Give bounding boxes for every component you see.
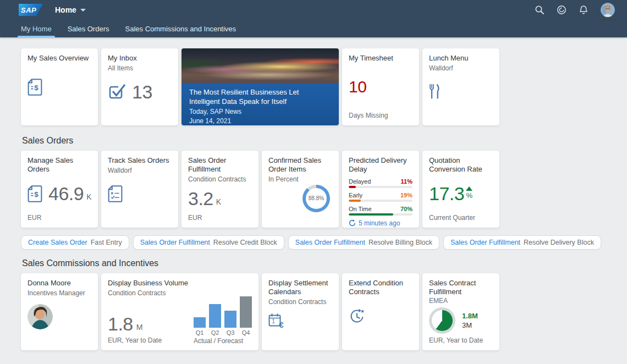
tile-display-settlement-calendars[interactable]: Display Settlement Calendars Condition C… xyxy=(262,273,339,350)
tile-subtitle: Condition Contracts xyxy=(268,298,332,306)
business-volume-unit: M xyxy=(136,323,143,333)
tile-donna-moore[interactable]: Donna Moore Incentives Manager xyxy=(21,273,98,350)
inbox-count: 13 xyxy=(132,82,152,101)
link-resolve-billing-block[interactable]: Sales Order Fulfillment Resolve Billing … xyxy=(288,235,439,250)
delivery-row: Early19% xyxy=(349,192,413,202)
checklist-document-icon xyxy=(108,185,123,202)
contract-pie-chart xyxy=(429,307,455,334)
link-action: Create Sales Order xyxy=(28,239,87,246)
tile-extend-condition-contracts[interactable]: Extend Condition Contracts ★ xyxy=(342,273,419,350)
link-desc: Resolve Billing Block xyxy=(369,239,432,246)
manage-orders-unit: K xyxy=(86,192,91,203)
news-source: Today, SAP News xyxy=(189,107,331,116)
tile-footer-period: Current Quarter xyxy=(429,214,493,222)
bar-q2: Q2 xyxy=(209,304,221,336)
tile-subtitle: Walldorf xyxy=(108,167,172,174)
svg-text:€: € xyxy=(279,320,284,329)
link-create-sales-order[interactable]: Create Sales Order Fast Entry xyxy=(21,235,129,250)
user-avatar[interactable] xyxy=(601,3,615,17)
bar-q1: Q1 xyxy=(194,317,206,336)
tile-predicted-delivery-delay[interactable]: Predicted Delivery Delay Delayed11% Earl… xyxy=(342,151,419,228)
refresh-status[interactable]: 5 minutes ago xyxy=(349,219,413,227)
anchor-navigation-bar: My Home Sales Orders Sales Commissions a… xyxy=(0,20,627,37)
link-action: Sales Order Fulfillment xyxy=(140,239,210,246)
business-volume-value: 1.8 xyxy=(108,315,133,333)
link-resolve-credit-block[interactable]: Sales Order Fulfillment Resolve Credit B… xyxy=(133,235,284,250)
tile-footer-currency: EUR xyxy=(188,214,252,222)
business-volume-chart: Q1Q2Q3Q4 Actual / Forecast xyxy=(194,302,252,345)
person-avatar xyxy=(28,304,53,329)
delivery-label: Delayed xyxy=(349,178,371,185)
news-headline: The Most Resilient Businesses Let Intell… xyxy=(189,87,331,106)
confirmed-percent-label: 88.8% xyxy=(309,195,324,201)
tab-sales-commissions[interactable]: Sales Commissions and Incentives xyxy=(122,20,240,37)
delivery-bar-track xyxy=(349,213,413,216)
delivery-bar-track xyxy=(349,186,413,188)
sales-orders-tile-group: Manage Sales Orders $ 46.9 K EUR Track S… xyxy=(21,151,627,228)
commissions-tile-group: Donna Moore Incentives Manager Display B… xyxy=(21,273,627,350)
person-role: Incentives Manager xyxy=(28,289,91,297)
fulfillment-unit: K xyxy=(216,197,221,208)
tile-lunch-menu[interactable]: Lunch Menu Walldorf xyxy=(422,48,499,125)
tile-title: Display Business Volume xyxy=(108,279,252,288)
tile-my-inbox[interactable]: My Inbox All Items 13 xyxy=(101,48,178,125)
tile-sales-contract-fulfillment[interactable]: Sales Contract Fulfillment EMEA 1.8M 3M … xyxy=(422,273,499,350)
tile-title: Track Sales Orders xyxy=(108,156,172,165)
link-desc: Resolve Delivery Block xyxy=(524,239,594,246)
copilot-icon[interactable] xyxy=(557,5,566,15)
delivery-value: 11% xyxy=(401,178,413,185)
tile-news[interactable]: The Most Resilient Businesses Let Intell… xyxy=(182,48,339,125)
tile-title: Sales Contract Fulfillment xyxy=(429,279,493,296)
confirmed-donut-chart: 88.8% xyxy=(302,185,330,212)
tile-title: Predicted Delivery Delay xyxy=(349,156,413,174)
trend-indicator: % xyxy=(466,186,472,201)
delivery-row: On Time70% xyxy=(349,206,413,216)
refresh-icon xyxy=(349,219,356,227)
quick-links-row: Create Sales Order Fast Entry Sales Orde… xyxy=(21,235,627,250)
manage-orders-value: 46.9 xyxy=(48,184,84,203)
tile-display-business-volume[interactable]: Display Business Volume Condition Contra… xyxy=(101,273,258,350)
tile-title: Manage Sales Orders xyxy=(28,156,91,174)
tile-footer: EUR, Year to Date xyxy=(429,337,493,345)
delivery-bar-fill xyxy=(349,213,393,216)
tile-quotation-conversion-rate[interactable]: Quotation Conversion Rate 17.3 % Current… xyxy=(422,151,499,228)
link-desc: Resolve Credit Block xyxy=(213,239,277,246)
section-title-sales-orders: Sales Orders xyxy=(22,136,627,146)
business-volume-bars: Q1Q2Q3Q4 xyxy=(194,302,252,336)
svg-text:★: ★ xyxy=(360,308,365,314)
delivery-value: 70% xyxy=(400,206,413,212)
shell-title-menu[interactable]: Home xyxy=(55,5,86,14)
person-name: Donna Moore xyxy=(28,279,91,288)
news-date: June 14, 2021 xyxy=(189,117,331,125)
tile-title: My Timesheet xyxy=(349,54,413,63)
search-icon[interactable] xyxy=(535,5,544,15)
tab-sales-orders[interactable]: Sales Orders xyxy=(64,20,113,37)
tile-my-sales-overview[interactable]: My Sales Overview $ xyxy=(21,48,98,125)
tile-confirmed-sales-order-items[interactable]: Confirmed Sales Order Items In Percent 8… xyxy=(262,151,339,228)
delivery-bar-fill xyxy=(349,186,356,188)
tile-footer xyxy=(108,112,172,120)
tile-sales-order-fulfillment[interactable]: Sales Order Fulfillment Condition Contra… xyxy=(182,151,258,228)
tab-my-home[interactable]: My Home xyxy=(18,20,55,37)
tile-title: Lunch Menu xyxy=(429,54,493,63)
tile-my-timesheet[interactable]: My Timesheet 10 Days Missing xyxy=(342,48,419,125)
shell-actions xyxy=(535,3,615,17)
tile-track-sales-orders[interactable]: Track Sales Orders Walldorf xyxy=(101,151,178,228)
sap-logo[interactable]: SAP xyxy=(19,4,43,16)
link-resolve-delivery-block[interactable]: Sales Order Fulfillment Resolve Delivery… xyxy=(443,235,601,250)
link-action: Sales Order Fulfillment xyxy=(295,239,365,246)
tile-subtitle: EMEA xyxy=(429,297,493,305)
tile-title: Quotation Conversion Rate xyxy=(429,156,493,174)
meal-fork-knife-icon xyxy=(429,84,441,100)
tile-manage-sales-orders[interactable]: Manage Sales Orders $ 46.9 K EUR xyxy=(21,151,98,228)
chart-caption: Actual / Forecast xyxy=(194,337,243,345)
tile-subtitle: In Percent xyxy=(268,175,332,183)
chevron-down-icon xyxy=(80,9,86,12)
tile-title: Display Settlement Calendars xyxy=(268,279,332,296)
tile-footer xyxy=(349,337,413,345)
svg-text:$: $ xyxy=(34,84,38,92)
quotation-value: 17.3 xyxy=(429,184,464,203)
notifications-bell-icon[interactable] xyxy=(579,5,588,15)
confirmed-donut-ring: 88.8% xyxy=(302,185,330,212)
tile-title: Sales Order Fulfillment xyxy=(188,156,252,174)
